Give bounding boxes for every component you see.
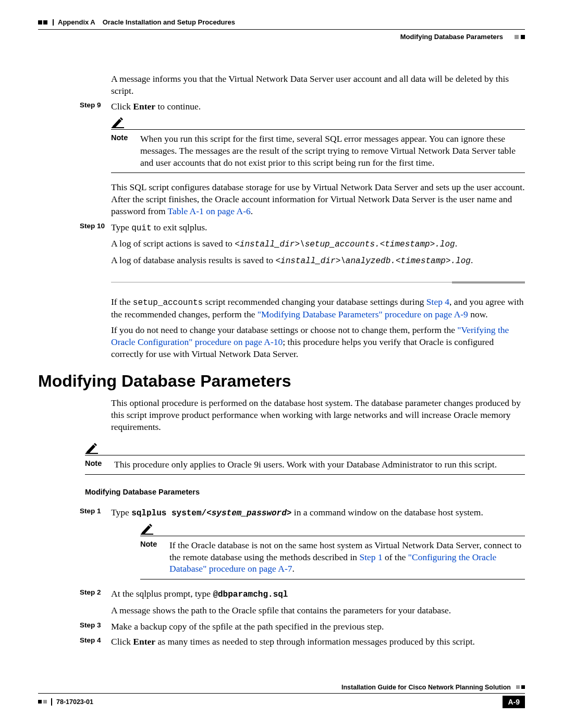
step-2-result: A message shows the path to the Oracle s… <box>111 604 525 616</box>
body-paragraph: If the setup_accounts script recommended… <box>111 296 525 320</box>
header-title: Oracle Installation and Setup Procedures <box>103 18 235 27</box>
note-label: Note <box>111 133 140 168</box>
step-2: Step 2 At the sqlplus prompt, type @dbpa… <box>111 588 525 600</box>
step-text: At the sqlplus prompt, type @dbparamchg.… <box>111 588 288 600</box>
step-link[interactable]: Step 1 <box>359 552 382 562</box>
step-4: Step 4 Click Enter as many times as need… <box>111 636 525 648</box>
note-rule <box>111 172 525 173</box>
log-line: A log of script actions is saved to <ins… <box>111 238 525 250</box>
note-rule <box>85 455 525 455</box>
header-rule <box>38 29 525 30</box>
footer-square-icon <box>43 700 47 704</box>
step-label: Step 10 <box>80 221 111 234</box>
section-intro: This optional procedure is performed on … <box>111 397 525 433</box>
step-text: Type sqlplus system/<system_password> in… <box>111 507 483 519</box>
note-text: This procedure only applies to Oracle 9i… <box>114 459 525 471</box>
step-text: Click Enter to continue. <box>111 101 201 113</box>
pencil-icon <box>85 442 525 454</box>
step-label: Step 4 <box>80 636 111 648</box>
footer-square-icon <box>516 685 520 689</box>
note-block: Note This procedure only applies to Orac… <box>85 442 525 475</box>
table-link[interactable]: Table A-1 on page A-6 <box>168 206 251 216</box>
footer-divider-icon <box>51 698 52 706</box>
body-paragraph: If you do not need to change your databa… <box>111 324 525 360</box>
header-appendix: Appendix A <box>58 18 95 27</box>
step-label: Step 3 <box>80 621 111 633</box>
page-number-badge: A-9 <box>503 696 525 708</box>
step-1: Step 1 Type sqlplus system/<system_passw… <box>111 507 525 519</box>
note-block: Note If the Oracle database is not on th… <box>140 523 525 579</box>
note-rule <box>85 474 525 475</box>
note-rule <box>111 129 525 130</box>
note-label: Note <box>140 539 169 575</box>
page-header: Appendix A Oracle Installation and Setup… <box>38 18 525 27</box>
step-text: Make a backup copy of the spfile at the … <box>111 621 384 633</box>
footer-square-icon <box>38 700 42 704</box>
pencil-icon <box>111 117 525 128</box>
pencil-icon <box>140 523 525 535</box>
header-square-icon <box>521 35 525 39</box>
step-label: Step 1 <box>80 507 111 519</box>
footer-square-icon <box>521 685 525 689</box>
log-line: A log of database analysis results is sa… <box>111 254 525 267</box>
header-divider-icon <box>53 19 54 26</box>
intro-paragraph: A message informs you that the Virtual N… <box>111 73 525 97</box>
svg-rect-0 <box>112 127 124 128</box>
note-text: If the Oracle database is not on the sam… <box>169 539 525 575</box>
step-10: Step 10 Type quit to exit sqlplus. <box>111 221 525 234</box>
note-block: Note When you run this script for the fi… <box>111 117 525 173</box>
footer-rule <box>38 693 525 694</box>
step-9: Step 9 Click Enter to continue. <box>111 101 525 113</box>
procedure-link[interactable]: "Modifying Database Parameters" procedur… <box>258 309 468 319</box>
step-link[interactable]: Step 4 <box>426 297 449 307</box>
header-square-icon <box>515 35 519 39</box>
svg-rect-2 <box>141 534 153 535</box>
procedure-subheading: Modifying Database Parameters <box>85 487 525 497</box>
note-label: Note <box>85 459 114 471</box>
note-rule <box>140 536 525 536</box>
footer-doc-title: Installation Guide for Cisco Network Pla… <box>341 683 511 692</box>
step-3: Step 3 Make a backup copy of the spfile … <box>111 621 525 633</box>
step-text: Type quit to exit sqlplus. <box>111 221 207 234</box>
page-footer: Installation Guide for Cisco Network Pla… <box>38 683 525 708</box>
section-title: Modifying Database Parameters <box>38 371 525 392</box>
step-text: Click Enter as many times as needed to s… <box>111 636 475 648</box>
header-square-icon <box>43 20 47 24</box>
footer-docnum: 78-17023-01 <box>56 698 93 706</box>
note-text: When you run this script for the first t… <box>140 133 525 168</box>
divider-rule <box>111 281 525 283</box>
svg-rect-1 <box>85 453 98 454</box>
header-subhead: Modifying Database Parameters <box>400 33 503 42</box>
note-rule <box>140 579 525 579</box>
header-subhead-row: Modifying Database Parameters <box>38 33 525 42</box>
step-label: Step 9 <box>80 101 111 113</box>
step-label: Step 2 <box>80 588 111 600</box>
body-paragraph: This SQL script configures database stor… <box>111 181 525 217</box>
header-square-icon <box>38 20 42 24</box>
